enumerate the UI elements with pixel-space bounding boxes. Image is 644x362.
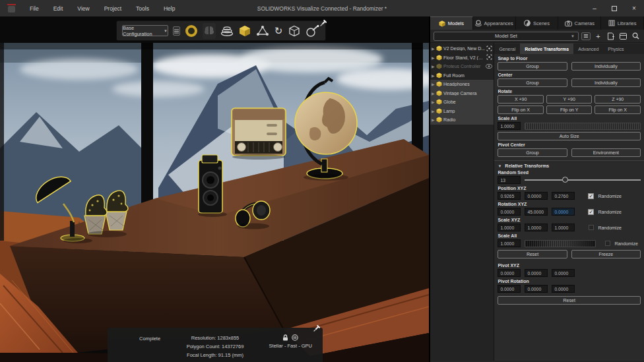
relative-transforms-header[interactable]: ▼ Relative Transforms (498, 164, 641, 168)
maximize-button[interactable] (604, 0, 624, 16)
tree-item-v2-design[interactable]: ▶ V2 Design, New D... (430, 44, 494, 53)
expander-icon[interactable]: ▶ (432, 46, 435, 51)
center-group-button[interactable]: Group (498, 78, 567, 87)
scale-y-input[interactable]: 1.0000 (525, 224, 548, 231)
expander-icon[interactable]: ▶ (432, 82, 435, 86)
flip-z-button[interactable]: Flip on X (595, 106, 641, 114)
tab-models[interactable]: Models (430, 16, 473, 30)
toolbar-pin-button[interactable] (319, 18, 327, 30)
rotate-z90-button[interactable]: Z +90 (595, 95, 641, 104)
expander-icon[interactable]: ▶ (432, 100, 435, 104)
add-model-set-button[interactable]: + (593, 31, 603, 41)
tree-item-proteus-controller[interactable]: ▶ Proteus Controller (430, 62, 494, 71)
tab-appearances[interactable]: Appearances (473, 16, 516, 30)
viewport-3d[interactable]: Base Configuration ▼ (0, 16, 429, 362)
slider-handle[interactable] (562, 177, 568, 183)
configuration-dropdown[interactable]: Base Configuration ▼ (122, 25, 168, 36)
tree-item-globe[interactable]: ▶ Globe (430, 98, 494, 107)
menu-file[interactable]: File (22, 5, 46, 12)
target-icon[interactable] (486, 45, 492, 51)
flip-x-button[interactable]: Flip on X (498, 106, 544, 114)
lock-icon[interactable] (282, 334, 288, 341)
scale-randomize-checkbox[interactable] (589, 225, 594, 230)
expander-icon[interactable]: ▶ (432, 117, 435, 122)
expander-icon[interactable]: ▶ (432, 64, 435, 69)
rotation-randomize-checkbox[interactable]: ✓ (588, 209, 594, 215)
position-y-input[interactable]: 0.0000 (525, 192, 548, 200)
rotate-x90-button[interactable]: X +90 (498, 95, 544, 104)
ai-brain-button[interactable] (203, 23, 216, 39)
tree-item-floor-stand[interactable]: ▶ Floor Stand, V2 (D... (430, 53, 494, 63)
center-individually-button[interactable]: Individually (571, 78, 641, 87)
tab-advanced[interactable]: Advanced (573, 44, 603, 54)
object-vintage-camera[interactable] (198, 155, 227, 217)
tree-item-headphones[interactable]: ▶ Headphones (430, 80, 494, 89)
randomizer-wand-button[interactable] (306, 23, 320, 39)
expander-icon[interactable]: ▶ (432, 73, 435, 78)
flip-y-button[interactable]: Flip on Y (546, 106, 593, 114)
render-scene[interactable] (0, 43, 429, 362)
pivot-rot-x-input[interactable]: 0.0000 (498, 285, 521, 293)
random-seed-slider[interactable] (525, 176, 641, 184)
scale-all-randomize-checkbox[interactable] (605, 241, 610, 246)
pause-icon[interactable] (292, 334, 298, 341)
rotation-x-input[interactable]: 0.0000 (498, 208, 521, 216)
bounding-box-button[interactable] (288, 23, 301, 39)
position-x-input[interactable]: 0.9265 (498, 192, 521, 200)
rotation-y-input[interactable]: 45.0000 (525, 208, 548, 216)
model-cube-button[interactable] (238, 23, 251, 39)
scale-x-input[interactable]: 1.0000 (498, 224, 521, 231)
object-radio[interactable] (232, 108, 286, 160)
triad-button[interactable] (256, 23, 269, 39)
menu-help[interactable]: Help (156, 5, 182, 12)
model-set-list-button[interactable] (581, 32, 591, 40)
model-set-dropdown[interactable]: Model Set ▼ (434, 32, 579, 41)
tree-item-radio[interactable]: ▶ Radio (430, 115, 494, 125)
tab-relative-transforms[interactable]: Relative Transforms (520, 44, 573, 54)
random-seed-input[interactable]: 13 (498, 176, 521, 184)
rotate-button[interactable]: ↻ (274, 23, 283, 39)
menu-edit[interactable]: Edit (46, 5, 71, 12)
freeze-button[interactable]: Freeze (571, 250, 641, 258)
configuration-list-button[interactable] (173, 26, 180, 36)
expander-icon[interactable]: ▶ (432, 91, 435, 96)
rotation-z-input[interactable]: 0.0000 (552, 208, 575, 216)
position-z-input[interactable]: 0.2760 (552, 192, 575, 200)
tab-physics[interactable]: Physics (603, 44, 628, 54)
pivot-x-input[interactable]: 0.0000 (498, 269, 521, 277)
search-button[interactable] (631, 31, 641, 41)
scale-z-input[interactable]: 1.0000 (552, 224, 575, 231)
tree-item-full-room[interactable]: ▶ Full Room (430, 71, 494, 80)
target-icon[interactable] (486, 54, 492, 60)
menu-project[interactable]: Project (97, 5, 129, 12)
tree-item-vintage-camera[interactable]: ▶ Vintage Camera (430, 89, 494, 98)
menu-view[interactable]: View (70, 5, 96, 12)
eye-icon[interactable] (486, 64, 492, 69)
minimize-button[interactable]: – (585, 0, 604, 16)
snap-group-button[interactable]: Group (498, 62, 567, 71)
pivot-y-input[interactable]: 0.0000 (525, 269, 548, 277)
reset-bottom-button[interactable]: Reset (498, 296, 641, 305)
tree-item-lamp[interactable]: ▶ Lamp (430, 107, 494, 116)
auto-size-button[interactable]: Auto Size (498, 132, 641, 140)
tab-libraries[interactable]: Libraries (601, 16, 644, 30)
close-button[interactable]: × (624, 0, 644, 16)
expander-icon[interactable]: ▶ (432, 109, 435, 113)
scale-all-2-slider[interactable] (525, 240, 596, 247)
tab-general[interactable]: General (494, 44, 520, 54)
scale-all-2-input[interactable]: 1.0000 (498, 239, 521, 247)
expander-icon[interactable]: ▶ (432, 55, 435, 60)
denoiser-button[interactable] (220, 23, 234, 39)
tab-cameras[interactable]: Cameras (558, 16, 601, 30)
pivot-environment-button[interactable]: Environment (571, 148, 641, 157)
layout-button[interactable] (618, 31, 628, 41)
pivot-z-input[interactable]: 0.0000 (552, 269, 575, 277)
render-ring-button[interactable] (185, 23, 198, 39)
menu-tools[interactable]: Tools (129, 5, 156, 12)
reset-button[interactable]: Reset (498, 250, 567, 258)
scale-all-input[interactable]: 1.0000 (498, 122, 521, 130)
rotate-y90-button[interactable]: Y +90 (546, 95, 593, 104)
pivot-rot-y-input[interactable]: 0.0000 (525, 285, 548, 293)
pivot-group-button[interactable]: Group (498, 148, 567, 157)
statusbar-pin-button[interactable] (313, 325, 320, 334)
